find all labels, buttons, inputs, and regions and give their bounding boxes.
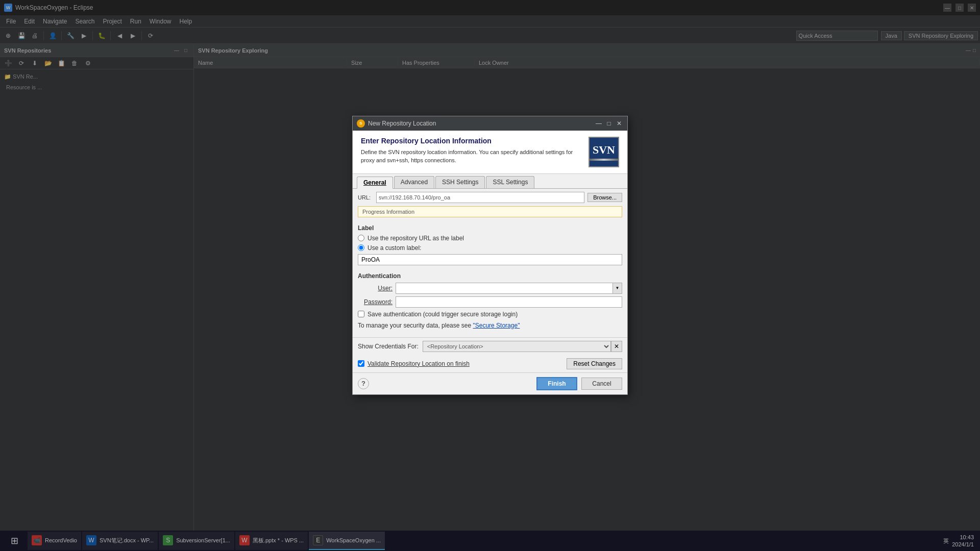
tab-advanced[interactable]: Advanced — [394, 176, 434, 188]
dialog-minimize-btn[interactable]: — — [595, 119, 603, 128]
password-row: Password: — [358, 296, 622, 308]
validate-label: Validate Repository Location on finish — [358, 360, 562, 367]
url-label: URL: — [358, 194, 373, 201]
tab-advanced-label: Advanced — [401, 179, 428, 186]
tab-ssl-label: SSL Settings — [493, 179, 528, 186]
tab-general-label: General — [363, 179, 386, 186]
dialog-header-text: Enter Repository Location Information De… — [361, 137, 582, 167]
eclipse-window: W WorkSpaceOxygen - Eclipse — □ ✕ File E… — [0, 0, 980, 551]
validate-row: Validate Repository Location on finish R… — [353, 355, 627, 372]
dialog-title-text: New Repository Location — [368, 120, 595, 127]
cancel-button[interactable]: Cancel — [581, 378, 622, 390]
validate-checkbox[interactable] — [358, 360, 364, 367]
credentials-select[interactable]: <Repository Location> — [423, 341, 611, 352]
secure-storage-text: To manage your security data, please see… — [358, 321, 622, 330]
save-auth-checkbox[interactable] — [358, 311, 364, 317]
password-input-wrap — [396, 296, 622, 308]
use-repo-url-radio-row: Use the repository URL as the label — [358, 235, 622, 242]
dialog-header-desc: Define the SVN repository location infor… — [361, 148, 582, 165]
svn-logo-bar — [590, 159, 618, 161]
url-row: URL: Browse... — [353, 189, 627, 206]
help-button[interactable]: ? — [358, 378, 369, 389]
svn-logo-text: SVN — [593, 143, 615, 157]
credentials-label: Show Credentials For: — [358, 343, 419, 350]
tab-ssh-label: SSH Settings — [442, 179, 478, 186]
modal-overlay: S New Repository Location — □ ✕ Enter Re… — [0, 0, 980, 551]
save-auth-row: Save authentication (could trigger secur… — [358, 311, 622, 318]
dialog-icon: S — [357, 119, 365, 128]
svn-logo: SVN — [589, 137, 619, 167]
credentials-clear-btn[interactable]: ✕ — [611, 341, 622, 352]
new-repository-dialog: S New Repository Location — □ ✕ Enter Re… — [352, 116, 628, 395]
finish-button[interactable]: Finish — [536, 377, 577, 390]
use-repo-url-radio[interactable] — [358, 235, 364, 241]
use-repo-url-label: Use the repository URL as the label — [368, 235, 464, 242]
use-custom-label-radio-row: Use a custom label: — [358, 244, 622, 252]
dialog-restore-btn[interactable]: □ — [605, 119, 613, 128]
dialog-tabs: General Advanced SSH Settings SSL Settin… — [353, 174, 627, 189]
url-input[interactable] — [376, 192, 584, 203]
dialog-body: General Advanced SSH Settings SSL Settin… — [353, 174, 627, 372]
dialog-title-controls: — □ ✕ — [595, 119, 623, 128]
tab-ssh-settings[interactable]: SSH Settings — [435, 176, 485, 188]
progress-label: Progress Information — [362, 209, 414, 215]
user-row: User: ▼ — [358, 283, 622, 294]
user-dropdown-btn[interactable]: ▼ — [613, 283, 622, 294]
label-section-title: Label — [358, 224, 622, 232]
credentials-select-wrap: <Repository Location> ✕ — [423, 341, 622, 352]
user-input[interactable] — [396, 283, 613, 294]
secure-storage-prefix: To manage your security data, please see — [358, 322, 471, 329]
secure-storage-link[interactable]: "Secure Storage" — [473, 322, 520, 329]
use-custom-label-radio[interactable] — [358, 244, 364, 251]
progress-banner: Progress Information — [358, 206, 622, 217]
custom-label-input[interactable] — [358, 254, 622, 265]
tab-general[interactable]: General — [357, 177, 393, 189]
password-label: Password: — [358, 298, 393, 306]
dialog-header-title: Enter Repository Location Information — [361, 137, 582, 145]
dialog-close-btn[interactable]: ✕ — [615, 119, 623, 128]
auth-section-title: Authentication — [358, 272, 622, 280]
dialog-footer: ? Finish Cancel — [353, 372, 627, 394]
reset-changes-button[interactable]: Reset Changes — [567, 358, 622, 369]
user-label: User: — [358, 285, 393, 292]
validate-text: Validate Repository Location on finish — [368, 360, 470, 367]
authentication-section: Authentication User: ▼ — [358, 272, 622, 330]
form-content: Label Use the repository URL as the labe… — [353, 219, 627, 337]
browse-button[interactable]: Browse... — [587, 193, 622, 202]
dialog-header: Enter Repository Location Information De… — [353, 131, 627, 174]
credentials-row: Show Credentials For: <Repository Locati… — [353, 337, 627, 355]
dialog-title-bar: S New Repository Location — □ ✕ — [353, 116, 627, 131]
save-auth-label: Save authentication (could trigger secur… — [368, 311, 518, 318]
user-input-wrap: ▼ — [396, 283, 622, 294]
use-custom-label-text: Use a custom label: — [368, 244, 421, 252]
password-input[interactable] — [396, 296, 622, 308]
tab-ssl-settings[interactable]: SSL Settings — [486, 176, 534, 188]
